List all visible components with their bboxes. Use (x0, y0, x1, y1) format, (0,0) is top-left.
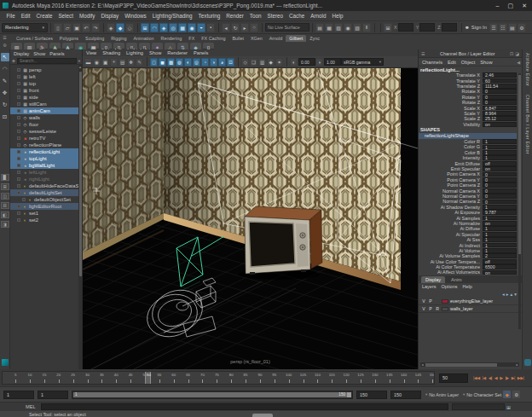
sidebar-attribute-toggle-icon[interactable]: ▤ (508, 23, 517, 32)
scrollbar-thumb[interactable] (425, 363, 497, 367)
channel-menu-show[interactable]: Show (480, 60, 492, 65)
room-walls[interactable] (83, 68, 401, 290)
scrollbar-thumb[interactable] (518, 75, 521, 254)
outliner-item-walls[interactable]: ◇walls (10, 114, 82, 121)
layout-persp-outliner-button[interactable]: ◫ (1, 193, 9, 200)
coord-x-field[interactable] (398, 23, 413, 32)
animation-end-field[interactable] (390, 391, 421, 399)
open-scene-icon[interactable]: ▱ (63, 23, 72, 32)
scene-svg[interactable] (83, 68, 418, 369)
time-ruler[interactable]: 5101520253035404550556065707580859095100… (2, 371, 435, 385)
scroll-left-icon[interactable]: ◂ (420, 362, 425, 367)
outliner-item-front[interactable]: ▦front (10, 87, 82, 94)
exposure-icon[interactable]: ◐ (290, 58, 298, 67)
vp-safe-action-icon[interactable]: ◆ (267, 58, 275, 67)
menu-item-file[interactable]: File (3, 13, 18, 19)
step-back-frame-button[interactable]: |◀ (482, 374, 487, 381)
step-forward-frame-button[interactable]: ▶| (511, 374, 516, 381)
menu-item-edit[interactable]: Edit (18, 13, 33, 19)
exposure-field[interactable]: 0.00 (298, 58, 315, 66)
vp-bookmark-icon[interactable]: ⌖ (110, 58, 118, 67)
outliner-item-reflectionlight[interactable]: ●reflectionLight (10, 148, 82, 155)
channel-value-field[interactable]: 1 (483, 226, 517, 231)
layer-selected-icon[interactable]: ▾ (514, 292, 517, 297)
visibility-toggle[interactable] (17, 102, 20, 106)
render-current-frame-icon[interactable]: ▦ (325, 23, 333, 32)
shelf-tab-sculpting[interactable]: Sculpting (82, 35, 107, 42)
outliner-item-side[interactable]: ▦side (10, 94, 82, 101)
outliner-item-left[interactable]: ▦left (10, 73, 82, 80)
channel-value-field[interactable]: 0 (483, 194, 517, 199)
vp-wireframe-icon[interactable]: ◻ (150, 58, 158, 67)
menu-item-display[interactable]: Display (98, 13, 122, 19)
outliner-scrollbar[interactable]: ▲ (78, 65, 82, 369)
layer-menu-help[interactable]: Help (462, 284, 471, 289)
layer-color-swatch[interactable] (442, 299, 448, 304)
side-tab-channel-box-layer-editor[interactable]: Channel Box / Layer Editor (525, 95, 530, 154)
channel-value-field[interactable]: on (483, 270, 517, 275)
channel-object-name[interactable]: reflectionLight... (419, 66, 522, 72)
layer-row-everythingelse-layer[interactable]: VPeverythingElse_layer (419, 298, 522, 305)
step-back-key-button[interactable]: ◀| (488, 374, 493, 381)
shelf-tab-bullet[interactable]: Bullet (228, 35, 247, 42)
visibility-toggle[interactable] (17, 89, 20, 92)
scroll-up-icon[interactable]: ▲ (78, 65, 82, 70)
playback-end-field[interactable] (356, 391, 387, 399)
outliner-item-set2[interactable]: ◐set2 (10, 217, 82, 223)
visibility-toggle[interactable] (17, 96, 20, 99)
menu-item-modify[interactable]: Modify (76, 13, 98, 19)
outliner-menu-display[interactable]: Display (14, 51, 29, 56)
sidebar-outliner-toggle-icon[interactable]: ☰ (489, 23, 498, 32)
outliner-item-stillcam[interactable]: ▦stillCam (10, 101, 82, 107)
new-scene-icon[interactable]: ▯ (54, 23, 62, 32)
go-to-end-button[interactable]: ▶▶| (517, 374, 525, 381)
vp-shadows-icon[interactable]: ◐ (184, 58, 192, 67)
layer-playback-toggle[interactable]: P (428, 306, 433, 311)
outliner-item-lighteditorroot[interactable]: ◐lightEditorRoot (10, 203, 82, 210)
shelf-tab-fx[interactable]: FX (185, 35, 198, 42)
channel-value-field[interactable]: 1 (483, 205, 517, 210)
shelf-tab-rendering[interactable]: Rendering (157, 35, 185, 42)
visibility-toggle[interactable] (17, 109, 20, 113)
layer-empty-icon[interactable]: ▴ (510, 292, 512, 297)
lasso-select-tool[interactable]: ◠ (1, 65, 9, 73)
vp-isolate-icon[interactable]: ⊡ (227, 58, 234, 67)
vp-resolution-gate-icon[interactable]: ❏ (250, 58, 257, 67)
menu-set-dropdown[interactable]: Rendering ▾ (2, 23, 48, 32)
layer-tab-anim[interactable]: Anim (447, 276, 466, 283)
sidebar-settings-toggle-icon[interactable]: ⚙ (518, 23, 526, 32)
layer-row-walls-layer[interactable]: VPRwalls_layer (419, 305, 522, 313)
shelf-tab-xgen[interactable]: XGen (247, 35, 266, 42)
channel-value-field[interactable]: 2.46 (483, 72, 517, 78)
outliner-item-top[interactable]: ▦top (10, 80, 82, 87)
step-forward-key-button[interactable]: |▶ (505, 374, 510, 381)
panel-pin-icon[interactable]: ⊡ (510, 51, 513, 56)
channel-value-field[interactable]: 1 (483, 155, 517, 160)
play-backwards-button[interactable]: ◀ (494, 374, 498, 381)
go-to-start-button[interactable]: |◀◀ (472, 374, 481, 381)
channel-value-field[interactable]: 1 (483, 248, 517, 253)
sidebar-channelbox-toggle-icon[interactable]: ☷ (499, 23, 507, 32)
vp-grease-pencil-icon[interactable]: ✎ (136, 58, 143, 67)
outliner-item-defaultobjectset[interactable]: ◐defaultObjectSet (10, 196, 82, 203)
layer-movedown-icon[interactable]: ▸ (506, 292, 509, 297)
vp-safe-title-icon[interactable]: ✦ (275, 58, 283, 67)
move-tool[interactable]: ✥ (1, 89, 9, 97)
vp-textured-icon[interactable]: ▩ (167, 58, 175, 67)
layer-tab-display[interactable]: Display (421, 276, 445, 283)
vp-lock-camera-icon[interactable]: ◉ (93, 58, 101, 67)
channel-value-field[interactable]: 1 (483, 232, 517, 237)
channel-value-field[interactable]: 1 (483, 237, 517, 242)
outliner-item-toplight[interactable]: ●topLight (10, 155, 82, 162)
menu-item-cache[interactable]: Cache (286, 13, 308, 19)
output-connections-icon[interactable]: ▸ (240, 23, 249, 32)
channel-menu-channels[interactable]: Channels (422, 60, 442, 65)
select-component-icon[interactable]: ◇ (125, 23, 134, 32)
ipr-render-icon[interactable]: ▧ (334, 23, 343, 32)
channel-value-field[interactable]: 0 (483, 182, 517, 188)
snap-grid-icon[interactable]: ⊞ (141, 23, 149, 32)
outliner-item-persp[interactable]: ▦persp (10, 67, 82, 73)
visibility-toggle[interactable] (17, 68, 20, 72)
color-space-dropdown[interactable]: sRGB gamma ▾ (341, 58, 384, 66)
vp-ao-icon[interactable]: ◎ (193, 58, 200, 67)
